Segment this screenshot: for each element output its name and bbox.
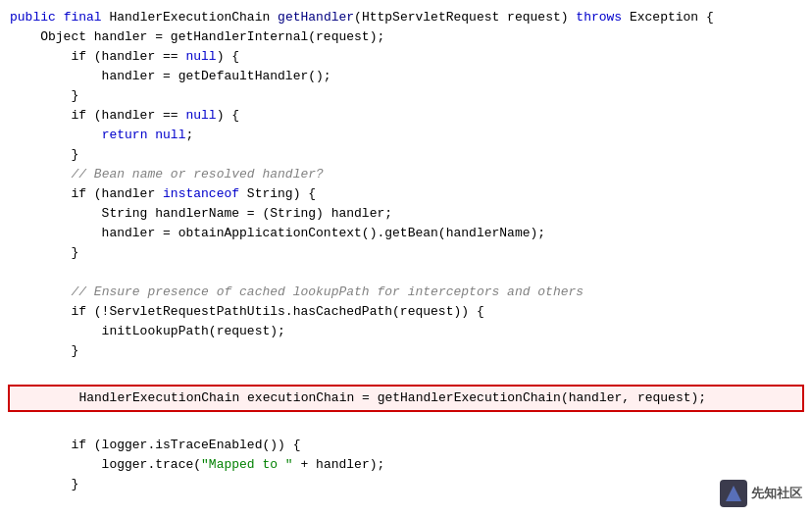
code-token: return [102,126,148,145]
code-token [10,126,102,145]
code-token: Object handler = getHandlerInternal(requ… [10,27,384,47]
code-line: Object handler = getHandlerInternal(requ… [0,27,812,47]
code-line: public final HandlerExecutionChain getHa… [0,8,812,27]
code-line: initLookupPath(request); [0,322,812,341]
code-token [56,8,64,27]
code-token: // Bean name or resolved handler? [71,165,323,184]
code-block: public final HandlerExecutionChain getHa… [0,8,812,494]
code-token: } [10,243,78,263]
code-token: "Mapped to " [201,455,293,475]
code-line: return null; [0,126,812,145]
code-token: handler = obtainApplicationContext().get… [10,224,545,243]
code-line: HandlerExecutionChain executionChain = g… [8,385,804,412]
code-token: logger.trace( [10,455,201,475]
code-token: HandlerExecutionChain [102,8,278,27]
watermark-text: 先知社区 [751,485,802,502]
code-line: } [0,145,812,165]
code-line: } [0,475,812,494]
code-token: ) { [217,47,239,67]
code-token: final [64,8,102,27]
code-token: if (handler == [10,106,185,126]
code-token: initLookupPath(request); [10,322,285,341]
code-line: } [0,341,812,361]
code-line: } [0,86,812,106]
code-token: null [185,106,216,126]
code-token: getHandler [278,8,354,27]
code-container: public final HandlerExecutionChain getHa… [0,0,812,517]
code-line: if (handler == null) { [0,47,812,67]
code-token: ; [185,126,193,145]
code-token: instanceof [163,184,239,204]
code-line [0,416,812,436]
code-token [10,165,71,184]
code-line: if (handler == null) { [0,106,812,126]
code-token: + handler); [293,455,385,475]
code-token: } [10,341,78,361]
code-token: public [10,8,56,27]
code-token: if (handler == [10,47,185,67]
code-line: String handlerName = (String) handler; [0,204,812,224]
code-token: (HttpServletRequest request) [354,8,576,27]
code-token: // Ensure presence of cached lookupPath … [71,283,584,302]
watermark: 先知社区 [720,480,802,507]
code-line: logger.trace("Mapped to " + handler); [0,455,812,475]
code-token: } [10,86,78,106]
code-token: String handlerName = (String) handler; [10,204,392,224]
code-token: null [155,126,185,145]
code-token: String) { [239,184,316,204]
code-token [10,283,71,302]
code-line: if (handler instanceof String) { [0,184,812,204]
code-token: Exception { [622,8,714,27]
code-token [147,126,155,145]
watermark-icon [720,480,747,507]
code-token: } [10,145,78,165]
code-token: handler = getDefaultHandler(); [10,67,331,86]
code-token: } [10,475,78,494]
code-line: // Ensure presence of cached lookupPath … [0,283,812,302]
code-token: if (handler [10,184,163,204]
code-token: if (logger.isTraceEnabled()) { [10,436,300,455]
code-token: null [185,47,216,67]
code-line: // Bean name or resolved handler? [0,165,812,184]
svg-marker-0 [726,486,741,501]
code-line [0,263,812,283]
code-token: ) { [217,106,239,126]
code-line: handler = getDefaultHandler(); [0,67,812,86]
code-token: throws [576,8,622,27]
code-line: } [0,243,812,263]
code-line: handler = obtainApplicationContext().get… [0,224,812,243]
code-line: if (!ServletRequestPathUtils.hasCachedPa… [0,302,812,322]
code-token: HandlerExecutionChain executionChain = g… [18,388,706,408]
code-line: if (logger.isTraceEnabled()) { [0,436,812,455]
code-line [0,361,812,381]
code-token: if (!ServletRequestPathUtils.hasCachedPa… [10,302,484,322]
